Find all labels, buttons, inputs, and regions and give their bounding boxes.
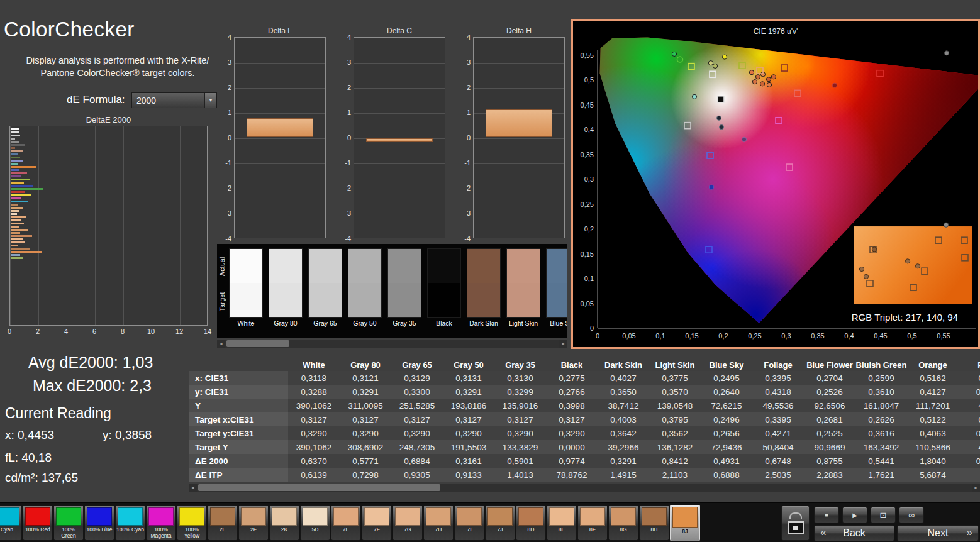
swatch-scrollbar-thumb[interactable] — [226, 340, 289, 347]
swatch-scrollbar-track[interactable] — [225, 340, 559, 348]
patch-swatch — [580, 507, 605, 526]
pattern-button[interactable]: ⊡ — [871, 507, 896, 523]
scroll-left-icon[interactable]: ◄ — [189, 484, 197, 492]
patch-button-7h[interactable]: 7H — [423, 505, 454, 541]
scroll-left-icon[interactable]: ◄ — [217, 340, 225, 348]
chevron-down-icon[interactable]: ▼ — [204, 93, 216, 108]
scroll-right-icon[interactable]: ► — [559, 340, 567, 348]
table-scrollbar-track[interactable] — [197, 484, 972, 492]
cie-point — [742, 137, 746, 141]
patch-button-8g[interactable]: 8G — [608, 505, 638, 541]
zero-line — [474, 138, 564, 138]
deltae-bar — [11, 232, 20, 234]
svg-text:0,4: 0,4 — [584, 126, 594, 133]
patch-button-7f[interactable]: 7F — [362, 505, 392, 541]
back-button[interactable]: « Back — [814, 525, 894, 541]
table-cell: 0,9305 — [391, 468, 443, 482]
deltae-bar — [11, 153, 18, 155]
target-label: Target — [219, 284, 227, 319]
cie-point — [716, 116, 721, 120]
table-scrollbar[interactable]: ◄ ► — [189, 484, 980, 492]
patch-button-8e[interactable]: 8E — [547, 505, 577, 541]
patch-button-2k[interactable]: 2K — [269, 505, 299, 541]
patch-button-8j[interactable]: 8J — [670, 505, 700, 541]
table-cell: 0,6370 — [288, 454, 340, 468]
patch-swatch — [303, 507, 328, 526]
svg-text:0,2: 0,2 — [718, 332, 728, 340]
swatch-scrollbar[interactable]: ◄ ► — [217, 340, 567, 348]
cie-point — [692, 94, 696, 99]
patch-label: 8H — [640, 527, 669, 533]
display-pattern-button[interactable] — [781, 506, 810, 541]
patch-button-8d[interactable]: 8D — [516, 505, 546, 541]
patch-button-2f[interactable]: 2F — [238, 505, 269, 541]
table-row: ΔE 20000,63700,57710,68840,31610,59010,9… — [189, 454, 980, 468]
patch-button-100-green[interactable]: 100% Green — [53, 505, 84, 541]
delta-chart-plot — [354, 37, 445, 238]
deltae-bar — [11, 226, 19, 228]
patch-button-100-yellow[interactable]: 100% Yellow — [177, 505, 207, 541]
svg-text:0,05: 0,05 — [622, 332, 635, 340]
table-cell: 135,9016 — [494, 399, 546, 412]
deltae-bar — [11, 163, 18, 165]
table-cell: 72,6215 — [701, 399, 752, 412]
patch-button-100-cyan[interactable]: 100% Cyan — [115, 505, 145, 541]
cie-point — [944, 51, 949, 55]
play-button[interactable]: ▶ — [842, 507, 867, 523]
stop-button[interactable]: ■ — [814, 507, 839, 523]
patch-swatch — [87, 507, 112, 526]
svg-text:0,05: 0,05 — [581, 300, 594, 307]
table-column-header: Light Skin — [649, 358, 701, 371]
table-scrollbar-thumb[interactable] — [198, 484, 440, 491]
swatch-target — [269, 283, 302, 317]
patch-button-5d[interactable]: 5D — [300, 505, 330, 541]
table-cell: 0,3290 — [443, 426, 494, 440]
patch-button-100-blue[interactable]: 100% Blue — [84, 505, 114, 541]
cie-point — [905, 259, 910, 263]
table-column-header — [189, 358, 288, 371]
swatch-actual — [388, 249, 421, 283]
patch-button-cyan[interactable]: Cyan — [0, 505, 22, 541]
table-cell: 390,1062 — [288, 399, 340, 412]
swatch-target — [507, 283, 540, 317]
patch-button-7j[interactable]: 7J — [485, 505, 515, 541]
svg-text:0,55: 0,55 — [937, 332, 950, 340]
table-cell: 0,3290 — [494, 426, 546, 440]
swatch-actual — [507, 249, 540, 283]
deltae-bar — [11, 251, 42, 253]
patch-swatch — [241, 507, 266, 526]
table-cell: 1, — [959, 468, 980, 482]
table-cell: 1,7621 — [855, 468, 907, 482]
patch-button-2e[interactable]: 2E — [208, 505, 238, 541]
next-button[interactable]: Next » — [897, 525, 979, 541]
table-cell: 308,6902 — [340, 440, 391, 454]
scroll-right-icon[interactable]: ► — [972, 484, 980, 492]
loop-button[interactable]: ∞ — [899, 507, 924, 523]
table-cell: 0,3130 — [494, 371, 546, 385]
patch-button-8h[interactable]: 8H — [639, 505, 669, 541]
patch-button-7e[interactable]: 7E — [331, 505, 361, 541]
svg-text:0,3: 0,3 — [781, 332, 791, 340]
table-cell: 78,8762 — [546, 468, 598, 482]
swatch-target — [467, 283, 500, 317]
patch-button-8f[interactable]: 8F — [577, 505, 608, 541]
table-cell: 0,0000 — [546, 440, 598, 454]
de-formula-dropdown[interactable]: 2000 ▼ — [131, 92, 217, 108]
table-cell: 0,3127 — [494, 412, 546, 426]
page-title: ColorChecker — [4, 18, 135, 41]
delta-chart-yticks: 43210-1-2-3-4 — [221, 37, 234, 238]
cie-point — [718, 96, 724, 102]
table-cell: 0,2656 — [701, 426, 752, 440]
table-cell: 0,3127 — [546, 412, 598, 426]
table-cell: 193,8186 — [443, 399, 494, 412]
patch-button-7i[interactable]: 7I — [454, 505, 484, 541]
deltae-bar — [11, 194, 31, 196]
patch-label: 7F — [362, 527, 391, 533]
patch-button-100-magenta[interactable]: 100% Magenta — [146, 505, 176, 541]
patch-button-100-red[interactable]: 100% Red — [23, 505, 53, 541]
patch-swatch — [364, 507, 389, 526]
table-cell: 0,4931 — [701, 454, 752, 468]
deltae-bar — [11, 210, 19, 212]
window-icon — [788, 521, 804, 534]
patch-button-7g[interactable]: 7G — [393, 505, 423, 541]
